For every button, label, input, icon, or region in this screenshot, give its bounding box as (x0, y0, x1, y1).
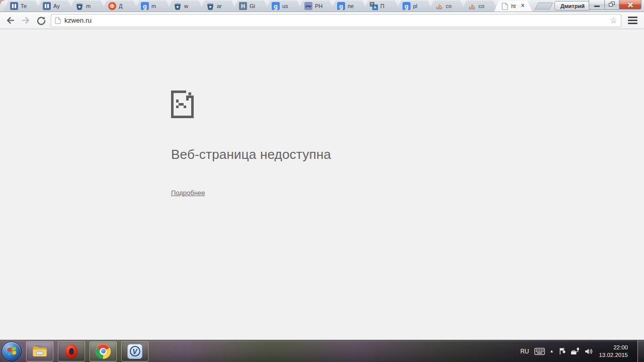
chrome-icon (96, 344, 111, 359)
tab-label: m (86, 3, 100, 9)
tab-5[interactable]: g m (134, 1, 171, 12)
google-favicon: g (403, 2, 411, 10)
tab-12[interactable]: 文 A П (363, 1, 400, 12)
browser-toolbar: kzwen.ru ☆ (0, 12, 644, 29)
tab-label: w (184, 3, 198, 9)
tab-11[interactable]: g пе (331, 1, 367, 12)
address-bar[interactable]: kzwen.ru ☆ (51, 14, 621, 27)
taskbar-clock[interactable]: 22:00 13.02.2015 (599, 344, 628, 359)
stackoverflow-favicon (468, 2, 476, 10)
restore-button[interactable] (604, 0, 619, 10)
hidden-icons-button[interactable]: ▲ (550, 349, 554, 353)
google-favicon: g (272, 2, 280, 10)
tab-label: co (478, 3, 492, 9)
tab-label: ht (511, 3, 518, 9)
bitbucket-favicon (174, 2, 182, 10)
minimize-icon (594, 6, 600, 7)
opera-icon (65, 344, 77, 358)
language-indicator[interactable]: RU (520, 348, 529, 355)
tab-label: Gi (250, 3, 263, 9)
show-desktop-button[interactable] (637, 340, 644, 362)
tab-label: PH (315, 3, 329, 9)
tab-10[interactable]: php PH (298, 1, 335, 12)
hamburger-icon (628, 17, 637, 18)
explorer-icon (32, 344, 48, 358)
tab-label: m (151, 3, 165, 9)
network-icon[interactable] (571, 347, 580, 355)
error-page-title: Веб-страница недоступна (171, 147, 331, 162)
chrome-menu-button[interactable] (625, 15, 640, 27)
tab-label: co (446, 3, 459, 9)
tab-7[interactable]: ar (200, 1, 236, 12)
php-favicon: php (304, 2, 312, 10)
keyboard-icon[interactable] (534, 348, 545, 355)
window-controls (589, 0, 641, 10)
tab-close-icon[interactable]: × (519, 3, 526, 10)
tab-2[interactable]: Ау (36, 1, 73, 12)
v-app-icon: V (127, 344, 142, 359)
tab-6[interactable]: w (167, 1, 204, 12)
taskbar-v-app-button[interactable]: V (121, 341, 148, 361)
close-icon (627, 1, 634, 8)
desktop-screen: Те Ау m Ф Д g m (0, 0, 644, 362)
minimize-button[interactable] (589, 0, 605, 10)
translate-favicon: 文 A (370, 2, 378, 10)
forward-button[interactable] (20, 15, 32, 27)
bitbucket-favicon (75, 2, 84, 10)
tab-strip: Те Ау m Ф Д g m (4, 1, 551, 12)
start-button[interactable] (2, 341, 22, 361)
forward-arrow-icon (21, 16, 31, 25)
tab-3[interactable]: m (69, 1, 106, 12)
stackoverflow-favicon (435, 2, 443, 10)
tab-label: ar (217, 3, 230, 9)
new-tab-button[interactable] (534, 3, 553, 10)
google-favicon: g (141, 2, 149, 10)
bitbucket-favicon (206, 2, 214, 10)
tab-label: pl (413, 3, 427, 9)
back-button[interactable] (4, 15, 16, 27)
tab-label: П (380, 3, 394, 9)
tab-14[interactable]: co (429, 1, 465, 12)
tab-label: Ау (53, 3, 67, 9)
pause-favicon (43, 2, 51, 10)
taskbar-chrome-button[interactable] (90, 341, 117, 361)
tab-8[interactable]: H Gi (232, 1, 269, 12)
details-link[interactable]: Подробнее (171, 189, 205, 197)
profile-button[interactable]: Дмитрий (554, 1, 591, 11)
volume-icon[interactable] (585, 348, 593, 355)
back-arrow-icon (6, 16, 15, 25)
bookmark-star-icon[interactable]: ☆ (610, 17, 617, 25)
system-tray: RU ▲ (520, 340, 644, 362)
reload-button[interactable] (35, 15, 47, 27)
tab-4[interactable]: Ф Д (102, 1, 138, 12)
close-button[interactable] (619, 0, 641, 10)
tab-label: Те (21, 3, 34, 9)
google-favicon: g (337, 2, 345, 10)
action-center-flag-icon[interactable] (558, 347, 566, 355)
tab-9[interactable]: g us (265, 1, 302, 12)
tab-label: пе (348, 3, 361, 9)
taskbar-opera-button[interactable] (58, 341, 85, 361)
windows-taskbar: V RU ▲ (0, 340, 644, 362)
browser-titlebar: Те Ау m Ф Д g m (0, 0, 644, 12)
page-favicon (501, 2, 509, 10)
page-content: Веб-страница недоступна Подробнее (0, 29, 644, 339)
clock-time: 22:00 (599, 344, 628, 351)
restore-icon (609, 2, 615, 8)
url-text[interactable]: kzwen.ru (64, 17, 92, 24)
tab-15[interactable]: co (461, 1, 498, 12)
taskbar-explorer-button[interactable] (26, 341, 53, 361)
tab-active[interactable]: ht × (494, 1, 532, 12)
translate-latin-glyph: A (372, 5, 378, 10)
tab-label: Д (119, 3, 132, 9)
sad-file-icon (171, 90, 194, 118)
error-message-box: Веб-страница недоступна Подробнее (171, 90, 331, 197)
start-orb-icon (7, 347, 16, 356)
forum-f-favicon: Ф (108, 2, 116, 10)
pause-favicon (10, 2, 18, 10)
tab-1[interactable]: Те (4, 1, 40, 12)
tab-13[interactable]: g pl (396, 1, 433, 12)
page-icon (55, 17, 61, 24)
clock-date: 13.02.2015 (599, 351, 628, 359)
reload-icon (37, 16, 46, 25)
